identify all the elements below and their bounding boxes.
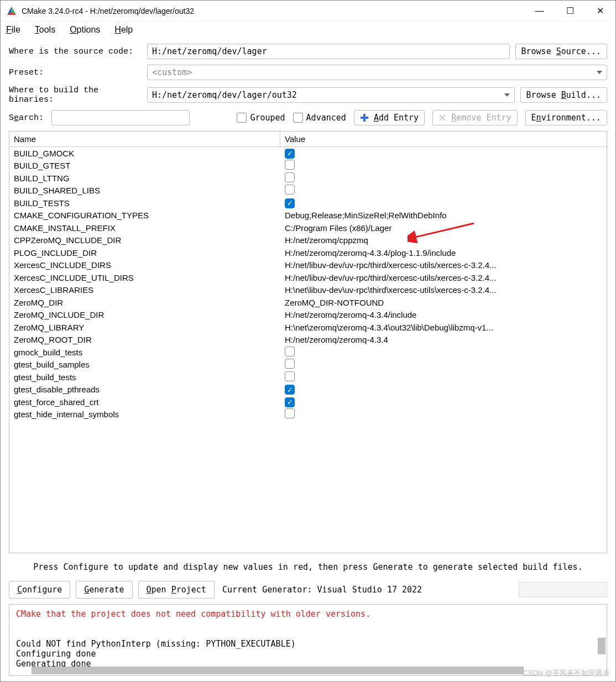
browse-build-button[interactable]: Browse Build... [520,87,607,103]
browse-source-button[interactable]: Browse Source... [515,44,608,59]
table-row[interactable]: gtest_force_shared_crt✓ [9,396,607,408]
table-row[interactable]: XercesC_INCLUDE_UTIL_DIRSH:/net/libuv-de… [9,271,607,284]
search-input[interactable] [51,110,190,125]
menu-options[interactable]: Options [70,25,100,35]
cache-value[interactable] [280,185,607,196]
cache-name: gtest_build_tests [9,373,280,382]
table-row[interactable]: BUILD_LTTNG [9,172,607,185]
cache-value[interactable]: C:/Program Files (x86)/Lager [280,223,607,233]
table-row[interactable]: gmock_build_tests [9,346,607,359]
checkbox-icon[interactable] [285,371,295,381]
checkbox-icon[interactable]: ✓ [285,149,295,159]
checkbox-icon[interactable] [285,347,295,356]
table-row[interactable]: gtest_hide_internal_symbols [9,408,607,421]
environment-button[interactable]: Environment... [525,110,607,125]
preset-combo[interactable]: <custom> [147,65,607,80]
table-row[interactable]: gtest_build_samples [9,359,607,371]
table-row[interactable]: CMAKE_INSTALL_PREFIXC:/Program Files (x8… [9,222,607,234]
cache-value[interactable]: ✓ [280,148,607,159]
cache-value[interactable]: H:\net\libuv-dev\uv-rpc\third\xercesc-ut… [280,285,607,295]
cache-value[interactable] [280,347,607,358]
table-body[interactable]: BUILD_GMOCK✓BUILD_GTESTBUILD_LTTNGBUILD_… [9,147,607,553]
cache-value[interactable] [280,172,607,184]
cache-value[interactable]: H:/net/libuv-dev/uv-rpc/third/xercesc-ut… [280,273,607,282]
menu-help[interactable]: Help [114,25,133,35]
table-row[interactable]: ZeroMQ_LIBRARYH:\net\zeromq\zeromq-4.3.4… [9,321,607,334]
checkbox-icon[interactable] [285,359,295,369]
cache-name: CMAKE_INSTALL_PREFIX [9,223,280,233]
cache-table: Name Value BUILD_GMOCK✓BUILD_GTESTBUILD_… [9,131,607,553]
table-row[interactable]: PLOG_INCLUDE_DIRH:/net/zeromq/zeromq-4.3… [9,246,607,259]
open-project-button[interactable]: Open Project [138,581,215,599]
cache-name: CMAKE_CONFIGURATION_TYPES [9,211,280,220]
source-input[interactable]: H:/net/zeromq/dev/lager [147,44,510,59]
table-row[interactable]: BUILD_SHARED_LIBS [9,185,607,197]
menu-file[interactable]: File [6,25,20,35]
output-vscrollbar[interactable] [598,638,605,654]
maximize-button[interactable]: ☐ [555,1,585,21]
checkbox-icon[interactable]: ✓ [285,198,295,208]
table-row[interactable]: BUILD_TESTS✓ [9,197,607,209]
cache-value[interactable]: ✓ [280,397,607,407]
content-area: Where is the source code: H:/net/zeromq/… [1,38,615,681]
table-row[interactable]: ZeroMQ_INCLUDE_DIRH:/net/zeromq/zeromq-4… [9,309,607,322]
table-header: Name Value [9,132,607,147]
cache-value[interactable] [280,408,607,420]
cache-value[interactable]: H:/net/zeromq/cppzmq [280,235,607,245]
grouped-checkbox[interactable]: Grouped [237,113,285,123]
table-row[interactable]: CMAKE_CONFIGURATION_TYPESDebug;Release;M… [9,209,607,222]
source-label: Where is the source code: [9,47,142,56]
table-row[interactable]: XercesC_LIBRARIESH:\net\libuv-dev\uv-rpc… [9,284,607,297]
cache-name: BUILD_SHARED_LIBS [9,186,280,195]
cache-value[interactable]: H:\net\zeromq\zeromq-4.3.4\out32\lib\Deb… [280,323,607,332]
add-entry-button[interactable]: Add Entry [354,110,425,125]
table-row[interactable]: gtest_build_tests [9,371,607,384]
output-panel[interactable]: CMake that the project does not need com… [9,604,607,676]
generator-label: Current Generator: Visual Studio 17 2022 [222,585,422,595]
menubar: File Tools Options Help [1,22,615,38]
cache-name: gtest_hide_internal_symbols [9,410,280,419]
table-row[interactable]: BUILD_GMOCK✓ [9,147,607,160]
cache-name: CPPZeroMQ_INCLUDE_DIR [9,235,280,245]
cache-name: BUILD_GMOCK [9,149,280,158]
table-row[interactable]: ZeroMQ_DIRZeroMQ_DIR-NOTFOUND [9,296,607,309]
menu-tools[interactable]: Tools [35,25,55,35]
cache-value[interactable]: H:/net/zeromq/zeromq-4.3.4/include [280,310,607,319]
minimize-button[interactable]: — [524,1,555,21]
generate-button[interactable]: Generate [76,581,132,599]
close-button[interactable]: ✕ [585,1,615,21]
table-row[interactable]: CPPZeroMQ_INCLUDE_DIRH:/net/zeromq/cppzm… [9,234,607,247]
cache-value[interactable]: Debug;Release;MinSizeRel;RelWithDebInfo [280,211,607,220]
checkbox-icon[interactable] [285,408,295,418]
table-row[interactable]: ZeroMQ_ROOT_DIRH:/net/zeromq/zeromq-4.3.… [9,334,607,347]
output-hscrollbar[interactable] [32,667,524,674]
checkbox-icon[interactable] [285,160,295,170]
checkbox-icon[interactable] [285,172,295,182]
advanced-checkbox[interactable]: Advanced [293,113,346,123]
checkbox-icon[interactable]: ✓ [285,397,295,407]
checkbox-icon[interactable]: ✓ [285,385,295,395]
cache-value[interactable]: H:/net/zeromq/zeromq-4.3.4 [280,335,607,344]
cache-value[interactable] [280,160,607,171]
cache-value[interactable] [280,371,607,383]
remove-entry-button[interactable]: Remove Entry [432,110,517,125]
header-name[interactable]: Name [9,132,280,146]
table-row[interactable]: XercesC_INCLUDE_DIRSH:/net/libuv-dev/uv-… [9,259,607,272]
main-window: CMake 3.24.0-rc4 - H:/net/zeromq/dev/lag… [0,0,616,682]
titlebar: CMake 3.24.0-rc4 - H:/net/zeromq/dev/lag… [1,1,615,22]
build-combo[interactable]: H:/net/zeromq/dev/lager/out32 [147,87,515,103]
cache-value[interactable]: ✓ [280,198,607,208]
header-value[interactable]: Value [280,132,607,146]
cache-value[interactable]: ZeroMQ_DIR-NOTFOUND [280,298,607,307]
cache-value[interactable] [280,359,607,370]
table-row[interactable]: BUILD_GTEST [9,160,607,172]
table-row[interactable]: gtest_disable_pthreads✓ [9,384,607,396]
cache-value[interactable]: ✓ [280,385,607,395]
cache-value[interactable]: H:/net/zeromq/zeromq-4.3.4/plog-1.1.9/in… [280,248,607,258]
cache-name: BUILD_GTEST [9,161,280,170]
configure-button[interactable]: Configure [9,581,70,599]
cache-value[interactable]: H:/net/libuv-dev/uv-rpc/third/xercesc-ut… [280,260,607,270]
cache-name: ZeroMQ_LIBRARY [9,323,280,332]
checkbox-icon[interactable] [285,185,295,195]
cache-name: XercesC_INCLUDE_UTIL_DIRS [9,273,280,282]
